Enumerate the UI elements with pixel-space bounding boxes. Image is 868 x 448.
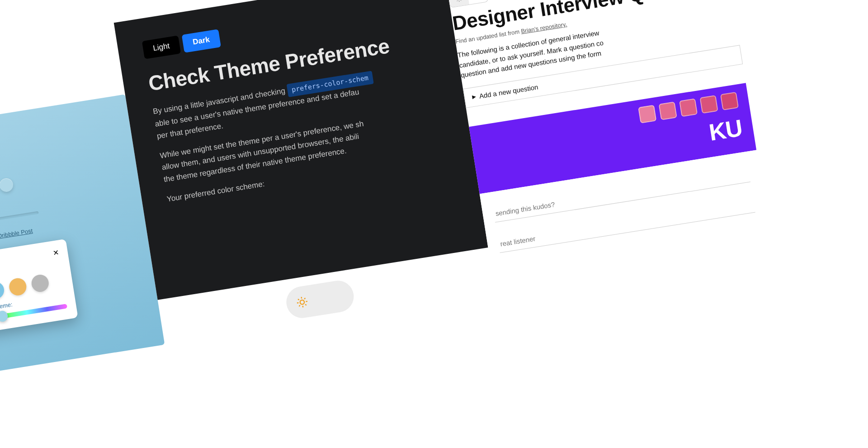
theme-swatch[interactable]: [0, 281, 5, 300]
svg-line-34: [299, 305, 300, 306]
theme-swatch[interactable]: [8, 277, 28, 296]
close-icon[interactable]: ✕: [52, 248, 59, 257]
theme-preference-card: Light Dark Check Theme Preference By usi…: [114, 0, 488, 300]
snippet-text: primary of bottom button to toggle: [27, 0, 220, 1]
svg-line-28: [302, 297, 302, 298]
svg-line-31: [306, 301, 307, 302]
svg-line-29: [303, 306, 303, 307]
svg-point-27: [300, 300, 305, 305]
kudos-swatch[interactable]: [679, 98, 698, 117]
kudos-card: KU: [469, 83, 769, 272]
kudos-swatch[interactable]: [638, 105, 656, 124]
theme-swatch[interactable]: [30, 273, 50, 293]
svg-line-35: [304, 298, 306, 299]
sun-icon: [288, 288, 316, 317]
svg-line-30: [297, 303, 298, 303]
twitter-icon[interactable]: [31, 0, 42, 1]
kudos-swatch[interactable]: [720, 92, 739, 110]
moon-icon[interactable]: [467, 0, 488, 5]
kudos-swatch[interactable]: [700, 95, 718, 114]
svg-line-32: [298, 299, 299, 300]
neumorphic-radio-3[interactable]: [0, 177, 14, 193]
tab-light[interactable]: Light: [142, 35, 181, 59]
svg-line-10: [457, 0, 458, 1]
kudos-swatch[interactable]: [659, 101, 677, 120]
bottom-theme-toggle[interactable]: [284, 278, 356, 320]
light-dark-toggle[interactable]: [448, 0, 488, 8]
kudos-title: KU: [707, 114, 744, 146]
tab-dark[interactable]: Dark: [182, 29, 221, 52]
disclosure-triangle-icon: ▶: [472, 94, 476, 100]
settings-popup: Settings ✕ Choose a theme: or create a c…: [0, 239, 78, 339]
svg-line-9: [461, 0, 462, 0]
svg-line-33: [305, 304, 307, 305]
sun-icon[interactable]: [448, 0, 469, 7]
